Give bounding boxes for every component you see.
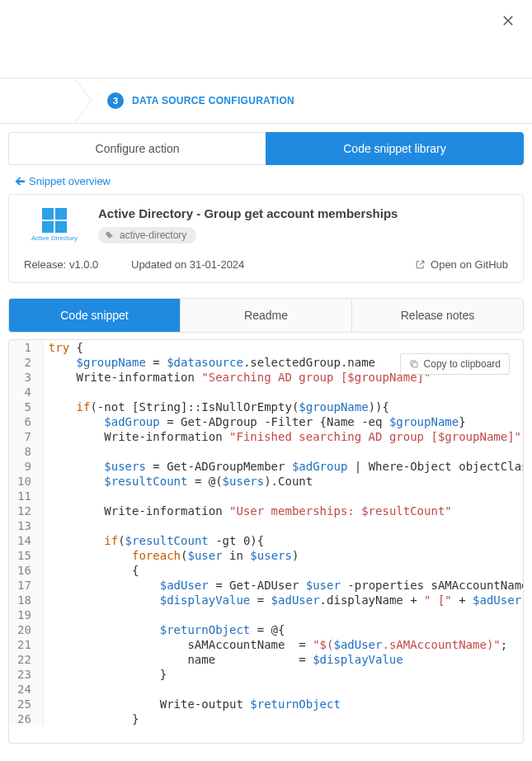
tab-code-snippet[interactable]: Code snippet	[9, 299, 181, 332]
wizard-step-label: DATA SOURCE CONFIGURATION	[132, 95, 294, 106]
line-number: 3	[9, 370, 43, 385]
back-link[interactable]: 🡨 Snippet overview	[0, 165, 532, 194]
open-on-github-link[interactable]: Open on GitHub	[415, 258, 508, 271]
main-tabs: Configure action Code snippet library	[8, 132, 524, 165]
snippet-card: Active Directory Active Directory - Grou…	[8, 194, 524, 283]
tab-code-snippet-library[interactable]: Code snippet library	[266, 132, 524, 165]
code-line[interactable]: }	[43, 711, 523, 726]
line-number: 24	[9, 682, 43, 697]
line-number: 18	[9, 593, 43, 607]
code-line[interactable]: }	[43, 667, 523, 682]
snippet-inner-tabs: Code snippet Readme Release notes	[8, 298, 524, 333]
line-number: 2	[9, 355, 43, 370]
code-line[interactable]: $resultCount = @($users).Count	[43, 474, 523, 489]
tab-configure-action[interactable]: Configure action	[8, 132, 266, 165]
code-line[interactable]: $adUser = Get-ADUser $user -properties s…	[43, 578, 523, 593]
code-line[interactable]	[43, 518, 523, 533]
line-number: 19	[9, 607, 43, 622]
line-number: 22	[9, 652, 43, 667]
wizard-arrow-shape	[74, 78, 91, 123]
code-line[interactable]: $returnObject = @{	[43, 622, 523, 637]
code-line[interactable]: if($resultCount -gt 0){	[43, 533, 523, 548]
logo-text: Active Directory	[31, 234, 78, 242]
svg-rect-0	[412, 362, 417, 367]
code-line[interactable]: $adGroup = Get-ADgroup -Filter {Name -eq…	[43, 414, 523, 429]
line-number: 26	[9, 711, 43, 726]
code-line[interactable]: $users = Get-ADGroupMember $adGroup | Wh…	[43, 459, 523, 474]
windows-icon	[42, 208, 67, 233]
code-scroll[interactable]: 1try {2 $groupName = $datasource.selecte…	[9, 340, 523, 743]
tag-label: active-directory	[120, 229, 186, 241]
github-link-label: Open on GitHub	[431, 258, 508, 271]
code-line[interactable]: name = $displayValue	[43, 652, 523, 667]
line-number: 7	[9, 429, 43, 444]
wizard-bar: 3 DATA SOURCE CONFIGURATION	[0, 78, 532, 124]
line-number: 1	[9, 340, 43, 355]
code-line[interactable]: Write-information "User memberships: $re…	[43, 503, 523, 518]
line-number: 13	[9, 518, 43, 533]
tag-icon	[105, 230, 115, 240]
snippet-title: Active Directory - Group get account mem…	[98, 206, 508, 220]
line-number: 5	[9, 399, 43, 414]
line-number: 15	[9, 548, 43, 563]
code-line[interactable]: {	[43, 563, 523, 578]
line-number: 16	[9, 563, 43, 578]
copy-label: Copy to clipboard	[424, 358, 501, 370]
external-link-icon	[415, 259, 426, 270]
line-number: 21	[9, 637, 43, 652]
line-number: 4	[9, 385, 43, 399]
code-line[interactable]	[43, 607, 523, 622]
line-number: 23	[9, 667, 43, 682]
code-line[interactable]: if(-not [String]::IsNullOrEmpty($groupNa…	[43, 399, 523, 414]
code-line[interactable]: sAMAccountName = "$($adUser.sAMAccountNa…	[43, 637, 523, 652]
tab-release-notes[interactable]: Release notes	[352, 299, 523, 332]
line-number: 8	[9, 444, 43, 459]
code-line[interactable]: foreach($user in $users)	[43, 548, 523, 563]
header-spacer	[0, 0, 532, 78]
code-editor: Copy to clipboard 1try {2 $groupName = $…	[8, 339, 524, 744]
line-number: 17	[9, 578, 43, 593]
wizard-step-number: 3	[107, 92, 124, 109]
code-line[interactable]: $displayValue = $adUser.displayName + " …	[43, 593, 523, 607]
tab-readme[interactable]: Readme	[181, 299, 352, 332]
line-number: 11	[9, 489, 43, 503]
code-line[interactable]	[43, 682, 523, 697]
line-number: 6	[9, 414, 43, 429]
line-number: 12	[9, 503, 43, 518]
updated-label: Updated on 31-01-2024	[131, 258, 415, 271]
active-directory-logo: Active Directory	[24, 206, 85, 243]
code-line[interactable]	[43, 489, 523, 503]
line-number: 20	[9, 622, 43, 637]
back-arrow-icon: 🡨	[15, 175, 26, 187]
release-label: Release: v1.0.0	[24, 258, 131, 271]
copy-to-clipboard-button[interactable]: Copy to clipboard	[400, 353, 510, 375]
copy-icon	[409, 359, 419, 369]
code-line[interactable]	[43, 385, 523, 399]
close-icon[interactable]	[501, 13, 517, 30]
line-number: 14	[9, 533, 43, 548]
back-link-label: Snippet overview	[29, 175, 111, 187]
code-line[interactable]: Write-information "Finished searching AD…	[43, 429, 523, 444]
line-number: 10	[9, 474, 43, 489]
code-line[interactable]: Write-output $returnObject	[43, 697, 523, 711]
line-number: 9	[9, 459, 43, 474]
line-number: 25	[9, 697, 43, 711]
tag-pill[interactable]: active-directory	[98, 227, 196, 243]
code-line[interactable]	[43, 444, 523, 459]
